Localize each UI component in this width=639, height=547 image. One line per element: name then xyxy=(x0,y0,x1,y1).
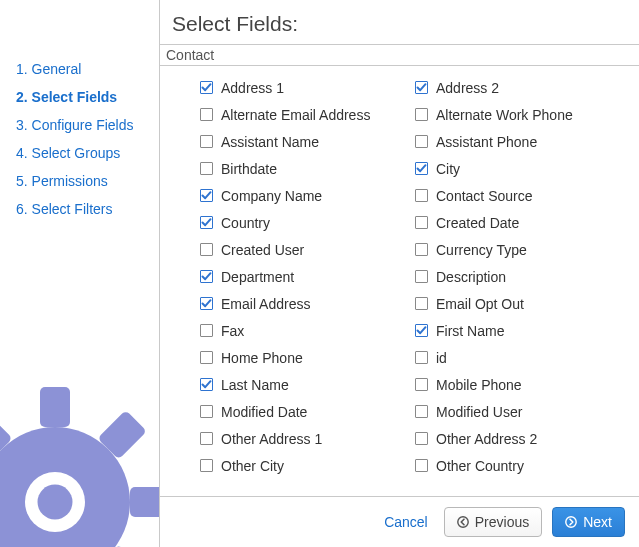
sidebar-item-step-5[interactable]: 5. Permissions xyxy=(12,167,159,195)
field-item[interactable]: City xyxy=(415,155,630,182)
sidebar-item-label: 2. Select Fields xyxy=(16,89,117,105)
field-item[interactable]: Address 1 xyxy=(200,74,415,101)
previous-button[interactable]: Previous xyxy=(444,507,542,537)
sidebar-item-label: 5. Permissions xyxy=(16,173,108,189)
field-item[interactable]: Birthdate xyxy=(200,155,415,182)
section-bar: Contact xyxy=(160,44,639,66)
field-checkbox[interactable] xyxy=(415,378,428,391)
field-checkbox[interactable] xyxy=(415,405,428,418)
field-label: Alternate Work Phone xyxy=(436,107,573,123)
field-checkbox[interactable] xyxy=(415,324,428,337)
field-label: Company Name xyxy=(221,188,322,204)
field-item[interactable]: Alternate Email Address xyxy=(200,101,415,128)
sidebar-item-label: 6. Select Filters xyxy=(16,201,112,217)
field-checkbox[interactable] xyxy=(415,270,428,283)
field-item[interactable]: Home Phone xyxy=(200,344,415,371)
field-item[interactable]: Contact Source xyxy=(415,182,630,209)
field-checkbox[interactable] xyxy=(415,459,428,472)
field-checkbox[interactable] xyxy=(415,162,428,175)
field-item[interactable]: Email Address xyxy=(200,290,415,317)
field-label: Address 2 xyxy=(436,80,499,96)
field-checkbox[interactable] xyxy=(200,108,213,121)
field-item[interactable]: First Name xyxy=(415,317,630,344)
field-label: Currency Type xyxy=(436,242,527,258)
gear-icon xyxy=(0,377,160,547)
field-checkbox[interactable] xyxy=(200,378,213,391)
field-item[interactable]: Other Address 1 xyxy=(200,425,415,452)
field-item[interactable]: Modified Date xyxy=(200,398,415,425)
field-item[interactable]: Other Country xyxy=(415,452,630,479)
field-item[interactable]: Company Name xyxy=(200,182,415,209)
wizard-main: Select Fields: Contact Address 1Alternat… xyxy=(160,0,639,547)
field-item[interactable]: Fax xyxy=(200,317,415,344)
field-checkbox[interactable] xyxy=(415,216,428,229)
field-checkbox[interactable] xyxy=(200,297,213,310)
arrow-left-icon xyxy=(457,516,469,528)
field-checkbox[interactable] xyxy=(200,162,213,175)
field-checkbox[interactable] xyxy=(415,135,428,148)
sidebar-item-step-6[interactable]: 6. Select Filters xyxy=(12,195,159,223)
field-checkbox[interactable] xyxy=(415,108,428,121)
field-item[interactable]: Alternate Work Phone xyxy=(415,101,630,128)
field-checkbox[interactable] xyxy=(200,432,213,445)
sidebar-item-step-4[interactable]: 4. Select Groups xyxy=(12,139,159,167)
field-item[interactable]: Country xyxy=(200,209,415,236)
field-label: Email Address xyxy=(221,296,310,312)
fields-column-2: Address 2Alternate Work PhoneAssistant P… xyxy=(415,74,630,479)
field-item[interactable]: Created User xyxy=(200,236,415,263)
field-item[interactable]: Last Name xyxy=(200,371,415,398)
svg-rect-7 xyxy=(0,410,13,459)
svg-point-10 xyxy=(38,485,73,520)
svg-rect-5 xyxy=(97,410,146,459)
field-checkbox[interactable] xyxy=(200,459,213,472)
field-checkbox[interactable] xyxy=(200,216,213,229)
field-checkbox[interactable] xyxy=(200,81,213,94)
field-checkbox[interactable] xyxy=(200,270,213,283)
field-item[interactable]: Currency Type xyxy=(415,236,630,263)
field-item[interactable]: Other Address 2 xyxy=(415,425,630,452)
field-label: City xyxy=(436,161,460,177)
field-label: Assistant Name xyxy=(221,134,319,150)
sidebar-item-step-3[interactable]: 3. Configure Fields xyxy=(12,111,159,139)
field-item[interactable]: Assistant Name xyxy=(200,128,415,155)
cancel-button[interactable]: Cancel xyxy=(378,510,434,534)
wizard-sidebar: 1. General2. Select Fields3. Configure F… xyxy=(0,0,160,547)
field-checkbox[interactable] xyxy=(415,81,428,94)
field-item[interactable]: Address 2 xyxy=(415,74,630,101)
field-item[interactable]: Mobile Phone xyxy=(415,371,630,398)
svg-point-0 xyxy=(0,427,130,547)
field-label: Assistant Phone xyxy=(436,134,537,150)
field-label: Home Phone xyxy=(221,350,303,366)
field-checkbox[interactable] xyxy=(200,135,213,148)
field-checkbox[interactable] xyxy=(415,243,428,256)
field-checkbox[interactable] xyxy=(200,405,213,418)
next-button[interactable]: Next xyxy=(552,507,625,537)
field-checkbox[interactable] xyxy=(200,351,213,364)
field-item[interactable]: Created Date xyxy=(415,209,630,236)
sidebar-item-label: 4. Select Groups xyxy=(16,145,120,161)
svg-point-9 xyxy=(25,472,85,532)
sidebar-item-step-1[interactable]: 1. General xyxy=(12,55,159,83)
field-label: Other Country xyxy=(436,458,524,474)
field-checkbox[interactable] xyxy=(200,324,213,337)
field-label: Other Address 2 xyxy=(436,431,537,447)
field-item[interactable]: Department xyxy=(200,263,415,290)
svg-rect-4 xyxy=(130,487,160,517)
field-label: First Name xyxy=(436,323,504,339)
field-item[interactable]: Modified User xyxy=(415,398,630,425)
field-item[interactable]: id xyxy=(415,344,630,371)
field-checkbox[interactable] xyxy=(415,189,428,202)
field-item[interactable]: Assistant Phone xyxy=(415,128,630,155)
sidebar-item-step-2[interactable]: 2. Select Fields xyxy=(12,83,159,111)
field-item[interactable]: Other City xyxy=(200,452,415,479)
field-item[interactable]: Email Opt Out xyxy=(415,290,630,317)
field-checkbox[interactable] xyxy=(415,432,428,445)
field-item[interactable]: Description xyxy=(415,263,630,290)
previous-button-label: Previous xyxy=(475,514,529,530)
field-checkbox[interactable] xyxy=(200,189,213,202)
field-checkbox[interactable] xyxy=(200,243,213,256)
field-checkbox[interactable] xyxy=(415,297,428,310)
wizard-footer: Cancel Previous Next xyxy=(160,497,639,547)
field-label: Description xyxy=(436,269,506,285)
field-checkbox[interactable] xyxy=(415,351,428,364)
